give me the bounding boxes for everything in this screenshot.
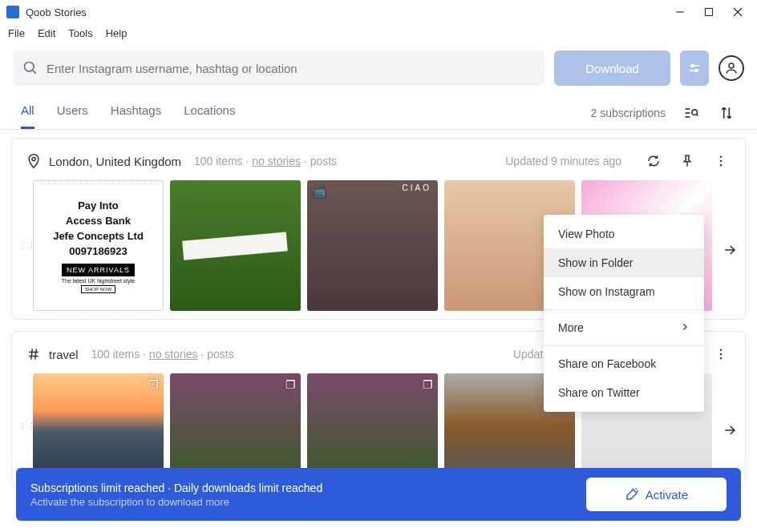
section-title[interactable]: London, United Kingdom [49,155,181,168]
drag-handle-icon[interactable]: ⋮⋮ [18,244,26,248]
search-icon [22,60,38,76]
section-header: London, United Kingdom 100 items · no st… [12,139,745,180]
search-input[interactable] [47,62,535,75]
thumbnail[interactable]: Pay Into Access Bank Jefe Concepts Ltd 0… [33,180,164,311]
svg-point-16 [32,157,35,160]
svg-line-5 [33,71,36,74]
menu-tools[interactable]: Tools [68,27,92,39]
tab-users[interactable]: Users [57,103,88,129]
user-icon [724,61,739,75]
download-button[interactable]: Download [554,50,670,86]
app-icon [6,6,19,18]
tabs: All Users Hashtags Locations [21,103,591,129]
video-icon: 📹 [312,185,326,198]
menu-help[interactable]: Help [106,27,128,39]
svg-point-25 [720,353,722,355]
thumbnail[interactable]: ❐ [307,373,438,479]
menu-share-twitter[interactable]: Share on Twitter [544,378,704,407]
menu-share-facebook[interactable]: Share on Facebook [544,349,704,378]
menubar: File Edit Tools Help [0,24,757,46]
context-menu: View Photo Show in Folder Show on Instag… [544,215,704,412]
sliders-icon [687,61,702,75]
more-icon[interactable] [710,150,732,172]
subscriptions-count: 2 subscriptions [591,107,666,119]
multi-image-icon: ❐ [148,378,159,391]
tab-hashtags[interactable]: Hashtags [111,103,161,129]
banner-line2: Activate the subscription to download mo… [30,496,586,508]
section-meta: 100 items · no stories · posts [85,348,234,361]
thumbnail[interactable] [170,180,301,311]
search-row: Download [0,46,757,94]
banner-line1: Subscriptions limit reached · Daily down… [30,482,586,494]
tab-locations[interactable]: Locations [184,103,235,129]
menu-view-photo[interactable]: View Photo [544,220,704,248]
limit-banner: Subscriptions limit reached · Daily down… [16,468,741,521]
tabs-row: All Users Hashtags Locations 2 subscript… [0,94,757,130]
search-list-icon[interactable] [682,103,701,123]
chevron-right-icon [680,321,690,334]
menu-separator [544,309,704,310]
menu-more[interactable]: More [544,313,704,342]
menu-separator [544,345,704,346]
svg-point-19 [720,164,722,166]
thumbnail[interactable]: 📹 CIAO [307,180,438,311]
filter-button[interactable] [680,50,709,86]
window-controls [674,6,744,18]
updated-text: Updated 9 minutes ago [505,155,621,167]
pin-icon[interactable] [676,150,698,172]
svg-point-17 [720,156,722,158]
window-title: Qoob Stories [26,6,674,18]
svg-rect-1 [706,9,713,16]
magic-icon [625,487,639,502]
no-stories-link[interactable]: no stories [252,155,301,167]
svg-point-26 [720,357,722,359]
svg-line-22 [31,349,33,359]
menu-file[interactable]: File [8,27,25,39]
activate-button[interactable]: Activate [586,478,727,511]
thumbnail[interactable]: ❐ [170,373,301,479]
svg-point-24 [720,349,722,351]
svg-point-18 [720,160,722,162]
titlebar: Qoob Stories [0,0,757,24]
menu-edit[interactable]: Edit [38,27,55,39]
menu-show-in-folder[interactable]: Show in Folder [544,248,704,277]
next-arrow-icon[interactable] [718,242,742,258]
svg-line-23 [35,349,37,359]
location-pin-icon [25,152,43,170]
svg-point-4 [25,62,34,72]
svg-point-10 [729,63,734,68]
next-arrow-icon[interactable] [718,422,742,438]
no-stories-link[interactable]: no stories [149,348,198,361]
profile-button[interactable] [719,55,744,81]
drag-handle-icon[interactable]: ⋮⋮ [18,425,26,429]
minimize-button[interactable] [674,6,686,18]
svg-line-15 [697,115,698,116]
menu-show-on-instagram[interactable]: Show on Instagram [544,277,704,306]
more-icon[interactable] [710,343,732,365]
maximize-button[interactable] [702,6,715,18]
sort-icon[interactable] [717,103,736,123]
multi-image-icon: ❐ [423,378,433,391]
banner-message: Subscriptions limit reached · Daily down… [30,482,586,508]
search-box[interactable] [13,50,544,86]
svg-point-14 [692,110,698,115]
close-button[interactable] [731,6,744,18]
section-meta: 100 items · no stories · posts [188,155,337,167]
svg-point-7 [691,65,694,67]
section-title[interactable]: travel [49,348,79,361]
refresh-icon[interactable] [642,150,665,172]
tabs-right: 2 subscriptions [591,103,736,123]
tab-all[interactable]: All [21,103,34,129]
svg-point-9 [695,70,698,72]
thumbnail[interactable]: ❐ [33,373,164,479]
multi-image-icon: ❐ [285,378,296,391]
hashtag-icon [25,345,43,363]
